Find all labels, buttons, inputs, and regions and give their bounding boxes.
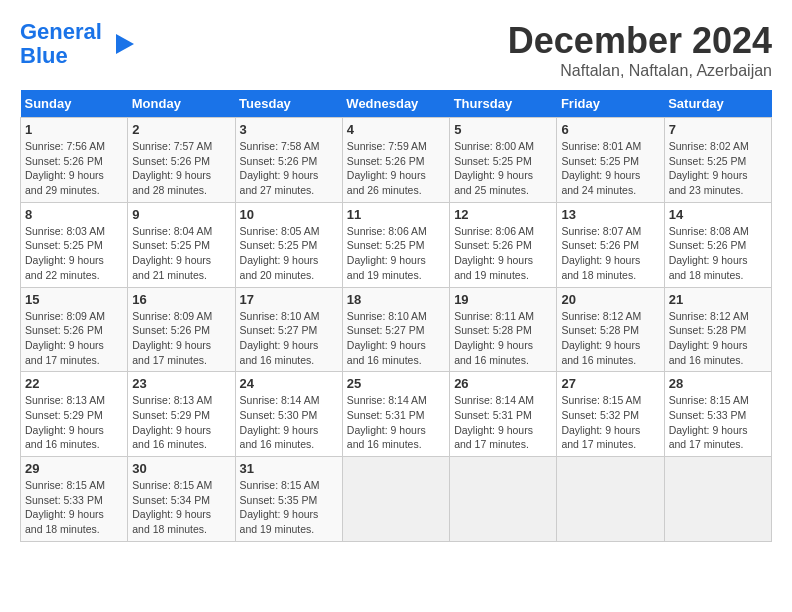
table-cell: 30 Sunrise: 8:15 AMSunset: 5:34 PMDaylig…: [128, 457, 235, 542]
day-info: Sunrise: 8:15 AMSunset: 5:34 PMDaylight:…: [132, 479, 212, 535]
month-title: December 2024: [508, 20, 772, 62]
day-number: 1: [25, 122, 123, 137]
day-number: 8: [25, 207, 123, 222]
day-info: Sunrise: 8:12 AMSunset: 5:28 PMDaylight:…: [669, 310, 749, 366]
day-info: Sunrise: 8:09 AMSunset: 5:26 PMDaylight:…: [132, 310, 212, 366]
day-info: Sunrise: 8:10 AMSunset: 5:27 PMDaylight:…: [347, 310, 427, 366]
day-number: 4: [347, 122, 445, 137]
table-cell: 13 Sunrise: 8:07 AMSunset: 5:26 PMDaylig…: [557, 202, 664, 287]
day-info: Sunrise: 8:03 AMSunset: 5:25 PMDaylight:…: [25, 225, 105, 281]
day-info: Sunrise: 8:13 AMSunset: 5:29 PMDaylight:…: [132, 394, 212, 450]
table-cell: 7 Sunrise: 8:02 AMSunset: 5:25 PMDayligh…: [664, 118, 771, 203]
day-number: 23: [132, 376, 230, 391]
table-cell: 17 Sunrise: 8:10 AMSunset: 5:27 PMDaylig…: [235, 287, 342, 372]
col-friday: Friday: [557, 90, 664, 118]
day-number: 6: [561, 122, 659, 137]
page-header: GeneralBlue December 2024 Naftalan, Naft…: [20, 20, 772, 80]
day-number: 14: [669, 207, 767, 222]
table-cell: 20 Sunrise: 8:12 AMSunset: 5:28 PMDaylig…: [557, 287, 664, 372]
day-info: Sunrise: 8:04 AMSunset: 5:25 PMDaylight:…: [132, 225, 212, 281]
col-tuesday: Tuesday: [235, 90, 342, 118]
day-number: 7: [669, 122, 767, 137]
day-info: Sunrise: 8:06 AMSunset: 5:26 PMDaylight:…: [454, 225, 534, 281]
table-cell: [664, 457, 771, 542]
table-cell: [342, 457, 449, 542]
day-number: 31: [240, 461, 338, 476]
day-info: Sunrise: 8:10 AMSunset: 5:27 PMDaylight:…: [240, 310, 320, 366]
day-number: 30: [132, 461, 230, 476]
day-number: 29: [25, 461, 123, 476]
day-number: 28: [669, 376, 767, 391]
day-number: 3: [240, 122, 338, 137]
day-number: 11: [347, 207, 445, 222]
table-cell: 14 Sunrise: 8:08 AMSunset: 5:26 PMDaylig…: [664, 202, 771, 287]
table-cell: 18 Sunrise: 8:10 AMSunset: 5:27 PMDaylig…: [342, 287, 449, 372]
day-number: 27: [561, 376, 659, 391]
day-number: 17: [240, 292, 338, 307]
day-number: 20: [561, 292, 659, 307]
day-number: 25: [347, 376, 445, 391]
table-cell: 5 Sunrise: 8:00 AMSunset: 5:25 PMDayligh…: [450, 118, 557, 203]
table-cell: 23 Sunrise: 8:13 AMSunset: 5:29 PMDaylig…: [128, 372, 235, 457]
table-cell: 25 Sunrise: 8:14 AMSunset: 5:31 PMDaylig…: [342, 372, 449, 457]
day-info: Sunrise: 8:12 AMSunset: 5:28 PMDaylight:…: [561, 310, 641, 366]
day-number: 21: [669, 292, 767, 307]
table-cell: 6 Sunrise: 8:01 AMSunset: 5:25 PMDayligh…: [557, 118, 664, 203]
table-cell: 24 Sunrise: 8:14 AMSunset: 5:30 PMDaylig…: [235, 372, 342, 457]
day-info: Sunrise: 7:56 AMSunset: 5:26 PMDaylight:…: [25, 140, 105, 196]
day-info: Sunrise: 7:57 AMSunset: 5:26 PMDaylight:…: [132, 140, 212, 196]
day-number: 12: [454, 207, 552, 222]
day-info: Sunrise: 8:07 AMSunset: 5:26 PMDaylight:…: [561, 225, 641, 281]
col-sunday: Sunday: [21, 90, 128, 118]
table-cell: 27 Sunrise: 8:15 AMSunset: 5:32 PMDaylig…: [557, 372, 664, 457]
table-cell: 16 Sunrise: 8:09 AMSunset: 5:26 PMDaylig…: [128, 287, 235, 372]
table-cell: 8 Sunrise: 8:03 AMSunset: 5:25 PMDayligh…: [21, 202, 128, 287]
table-cell: 21 Sunrise: 8:12 AMSunset: 5:28 PMDaylig…: [664, 287, 771, 372]
day-info: Sunrise: 8:14 AMSunset: 5:31 PMDaylight:…: [347, 394, 427, 450]
day-info: Sunrise: 8:02 AMSunset: 5:25 PMDaylight:…: [669, 140, 749, 196]
day-number: 16: [132, 292, 230, 307]
day-info: Sunrise: 8:14 AMSunset: 5:30 PMDaylight:…: [240, 394, 320, 450]
table-cell: 28 Sunrise: 8:15 AMSunset: 5:33 PMDaylig…: [664, 372, 771, 457]
day-info: Sunrise: 8:15 AMSunset: 5:35 PMDaylight:…: [240, 479, 320, 535]
day-number: 2: [132, 122, 230, 137]
day-number: 15: [25, 292, 123, 307]
table-cell: 26 Sunrise: 8:14 AMSunset: 5:31 PMDaylig…: [450, 372, 557, 457]
table-cell: 1 Sunrise: 7:56 AMSunset: 5:26 PMDayligh…: [21, 118, 128, 203]
day-info: Sunrise: 8:13 AMSunset: 5:29 PMDaylight:…: [25, 394, 105, 450]
logo: GeneralBlue: [20, 20, 136, 68]
day-info: Sunrise: 8:11 AMSunset: 5:28 PMDaylight:…: [454, 310, 534, 366]
table-cell: 4 Sunrise: 7:59 AMSunset: 5:26 PMDayligh…: [342, 118, 449, 203]
table-cell: 3 Sunrise: 7:58 AMSunset: 5:26 PMDayligh…: [235, 118, 342, 203]
day-info: Sunrise: 8:05 AMSunset: 5:25 PMDaylight:…: [240, 225, 320, 281]
col-thursday: Thursday: [450, 90, 557, 118]
table-cell: 22 Sunrise: 8:13 AMSunset: 5:29 PMDaylig…: [21, 372, 128, 457]
day-number: 13: [561, 207, 659, 222]
day-number: 22: [25, 376, 123, 391]
table-cell: 10 Sunrise: 8:05 AMSunset: 5:25 PMDaylig…: [235, 202, 342, 287]
table-cell: 19 Sunrise: 8:11 AMSunset: 5:28 PMDaylig…: [450, 287, 557, 372]
logo-text: GeneralBlue: [20, 20, 102, 68]
table-cell: 9 Sunrise: 8:04 AMSunset: 5:25 PMDayligh…: [128, 202, 235, 287]
table-cell: 2 Sunrise: 7:57 AMSunset: 5:26 PMDayligh…: [128, 118, 235, 203]
day-info: Sunrise: 8:06 AMSunset: 5:25 PMDaylight:…: [347, 225, 427, 281]
logo-icon: [106, 29, 136, 59]
day-info: Sunrise: 8:00 AMSunset: 5:25 PMDaylight:…: [454, 140, 534, 196]
col-saturday: Saturday: [664, 90, 771, 118]
day-number: 9: [132, 207, 230, 222]
day-info: Sunrise: 8:08 AMSunset: 5:26 PMDaylight:…: [669, 225, 749, 281]
table-cell: 12 Sunrise: 8:06 AMSunset: 5:26 PMDaylig…: [450, 202, 557, 287]
title-block: December 2024 Naftalan, Naftalan, Azerba…: [508, 20, 772, 80]
svg-marker-0: [116, 34, 134, 54]
day-number: 10: [240, 207, 338, 222]
table-cell: 11 Sunrise: 8:06 AMSunset: 5:25 PMDaylig…: [342, 202, 449, 287]
col-wednesday: Wednesday: [342, 90, 449, 118]
table-cell: 31 Sunrise: 8:15 AMSunset: 5:35 PMDaylig…: [235, 457, 342, 542]
day-number: 18: [347, 292, 445, 307]
day-number: 5: [454, 122, 552, 137]
table-cell: [450, 457, 557, 542]
day-info: Sunrise: 7:58 AMSunset: 5:26 PMDaylight:…: [240, 140, 320, 196]
day-info: Sunrise: 8:14 AMSunset: 5:31 PMDaylight:…: [454, 394, 534, 450]
day-number: 19: [454, 292, 552, 307]
location-title: Naftalan, Naftalan, Azerbaijan: [508, 62, 772, 80]
